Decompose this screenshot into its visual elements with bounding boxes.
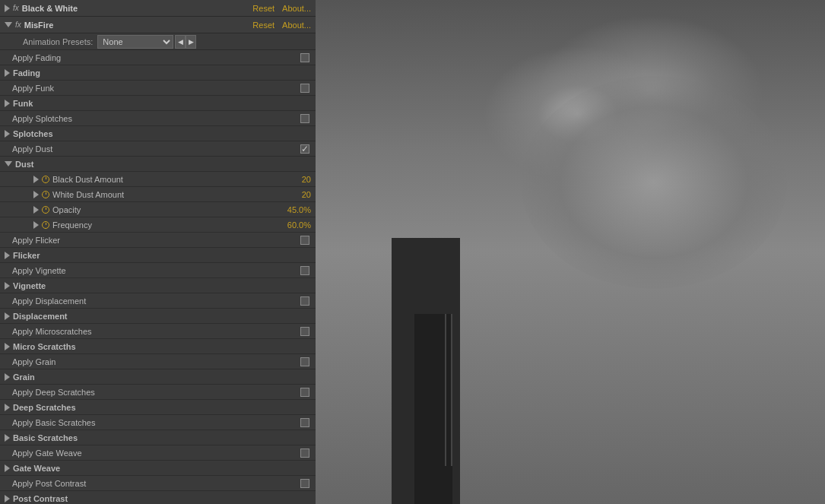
black-dust-amount-value[interactable]: 20 [281, 175, 311, 184]
apply-microscratches-checkbox-cell[interactable] [299, 325, 311, 338]
gate-weave-section[interactable]: Gate Weave [0, 461, 316, 476]
dust-toggle-icon[interactable] [5, 161, 12, 166]
animation-presets-label: Animation Presets: [23, 37, 93, 46]
black-dust-clock-icon[interactable] [42, 176, 49, 183]
apply-flicker-checkbox[interactable] [300, 236, 309, 245]
vignette-section[interactable]: Vignette [0, 278, 316, 293]
apply-displacement-checkbox-cell[interactable] [299, 295, 311, 307]
flicker-section[interactable]: Flicker [0, 248, 316, 263]
apply-deep-scratches-checkbox[interactable] [300, 388, 309, 397]
apply-post-contrast-checkbox[interactable] [300, 479, 309, 488]
displacement-toggle-icon[interactable] [5, 312, 10, 320]
apply-basic-scratches-checkbox-cell[interactable] [299, 417, 311, 429]
micro-scratches-toggle-icon[interactable] [5, 343, 10, 350]
black-dust-expand-icon[interactable] [33, 176, 39, 183]
apply-grain-checkbox[interactable] [300, 357, 309, 366]
apply-deep-scratches-checkbox-cell[interactable] [299, 386, 311, 398]
preset-prev-button[interactable]: ◀ [175, 35, 186, 49]
micro-scratches-section[interactable]: Micro Scratcths [0, 339, 316, 354]
apply-fading-row[interactable]: Apply Fading [0, 50, 316, 65]
opacity-value[interactable]: 45.0% [281, 205, 311, 214]
opacity-row[interactable]: Opacity 45.0% [0, 202, 316, 217]
apply-gate-weave-row[interactable]: Apply Gate Weave [0, 445, 316, 461]
flicker-toggle-icon[interactable] [5, 252, 10, 259]
white-dust-amount-row[interactable]: White Dust Amount 20 [0, 187, 316, 202]
splotches-section[interactable]: Splotches [0, 126, 316, 141]
apply-dust-row[interactable]: Apply Dust [0, 141, 316, 157]
black-dust-amount-row[interactable]: Black Dust Amount 20 [0, 172, 316, 187]
deep-scratches-toggle-icon[interactable] [5, 404, 10, 411]
apply-gate-weave-checkbox[interactable] [300, 449, 309, 458]
grain-label: Grain [13, 372, 35, 382]
apply-fading-checkbox[interactable] [300, 53, 309, 62]
apply-basic-scratches-label: Apply Basic Scratches [12, 418, 299, 427]
apply-displacement-checkbox[interactable] [300, 296, 309, 306]
apply-basic-scratches-checkbox[interactable] [300, 418, 309, 427]
deep-scratches-section[interactable]: Deep Scratches [0, 400, 316, 415]
apply-vignette-row[interactable]: Apply Vignette [0, 263, 316, 278]
post-contrast-toggle-icon[interactable] [5, 495, 10, 502]
apply-funk-checkbox-cell[interactable] [299, 82, 311, 94]
funk-toggle-icon[interactable] [5, 100, 10, 107]
apply-post-contrast-checkbox-cell[interactable] [299, 477, 311, 490]
black-white-reset[interactable]: Reset [252, 4, 274, 13]
frequency-value[interactable]: 60.0% [281, 220, 311, 230]
frequency-clock-icon[interactable] [42, 221, 49, 229]
apply-vignette-checkbox[interactable] [300, 266, 309, 275]
apply-flicker-row[interactable]: Apply Flicker [0, 233, 316, 248]
apply-dust-checkbox-cell[interactable] [299, 143, 311, 155]
white-dust-expand-icon[interactable] [33, 191, 39, 198]
funk-section[interactable]: Funk [0, 96, 316, 111]
apply-fading-checkbox-cell[interactable] [299, 52, 311, 64]
apply-funk-row[interactable]: Apply Funk [0, 81, 316, 96]
apply-funk-checkbox[interactable] [300, 84, 309, 93]
preset-next-button[interactable]: ▶ [186, 35, 196, 49]
opacity-clock-icon[interactable] [42, 206, 49, 214]
displacement-section[interactable]: Displacement [0, 309, 316, 324]
misfire-header[interactable]: fx MisFire Reset About... [0, 17, 316, 33]
black-white-about[interactable]: About... [282, 4, 311, 13]
misfire-toggle-icon[interactable] [5, 22, 12, 27]
dust-section[interactable]: Dust [0, 157, 316, 172]
apply-microscratches-label: Apply Microscratches [12, 327, 299, 336]
apply-deep-scratches-row[interactable]: Apply Deep Scratches [0, 385, 316, 400]
white-dust-amount-label: White Dust Amount [52, 190, 281, 199]
black-white-toggle-icon[interactable] [5, 5, 10, 12]
post-contrast-section[interactable]: Post Contrast [0, 491, 316, 504]
misfire-reset[interactable]: Reset [252, 21, 274, 30]
apply-microscratches-row[interactable]: Apply Microscratches [0, 324, 316, 339]
grain-toggle-icon[interactable] [5, 373, 10, 381]
apply-gate-weave-checkbox-cell[interactable] [299, 447, 311, 459]
frequency-row[interactable]: Frequency 60.0% [0, 217, 316, 233]
apply-flicker-checkbox-cell[interactable] [299, 234, 311, 246]
post-contrast-label: Post Contrast [13, 494, 68, 503]
apply-microscratches-checkbox[interactable] [300, 327, 309, 336]
apply-displacement-row[interactable]: Apply Displacement [0, 293, 316, 309]
apply-grain-row[interactable]: Apply Grain [0, 354, 316, 369]
apply-basic-scratches-row[interactable]: Apply Basic Scratches [0, 415, 316, 430]
vignette-toggle-icon[interactable] [5, 282, 10, 290]
apply-splotches-checkbox-cell[interactable] [299, 113, 311, 125]
white-dust-clock-icon[interactable] [42, 191, 49, 198]
apply-vignette-checkbox-cell[interactable] [299, 265, 311, 277]
fading-section[interactable]: Fading [0, 65, 316, 81]
apply-splotches-checkbox[interactable] [300, 114, 309, 123]
splotches-toggle-icon[interactable] [5, 130, 10, 138]
fading-toggle-icon[interactable] [5, 69, 10, 77]
basic-scratches-section[interactable]: Basic Scratches [0, 430, 316, 445]
grain-section[interactable]: Grain [0, 369, 316, 385]
apply-displacement-label: Apply Displacement [12, 296, 299, 306]
opacity-expand-icon[interactable] [33, 206, 39, 214]
frequency-expand-icon[interactable] [33, 221, 39, 229]
black-white-header[interactable]: fx Black & White Reset About... [0, 0, 316, 17]
apply-dust-checkbox[interactable] [300, 144, 309, 154]
animation-presets-select[interactable]: None [97, 35, 173, 49]
basic-scratches-toggle-icon[interactable] [5, 434, 10, 442]
apply-splotches-row[interactable]: Apply Splotches [0, 111, 316, 126]
apply-fading-label: Apply Fading [12, 53, 299, 62]
apply-post-contrast-row[interactable]: Apply Post Contrast [0, 476, 316, 491]
misfire-about[interactable]: About... [282, 21, 311, 30]
gate-weave-toggle-icon[interactable] [5, 464, 10, 472]
apply-grain-checkbox-cell[interactable] [299, 356, 311, 368]
white-dust-amount-value[interactable]: 20 [281, 190, 311, 199]
